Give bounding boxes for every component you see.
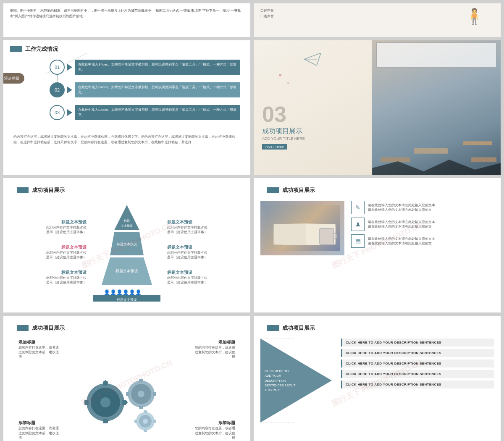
gear-label-top-right: 添加标题 您的内容打在这里，或者通过复制您的文本后，建议使用 [193,339,235,360]
slide5-header: 成功项目展示 [10,319,244,335]
svg-text:👤👤👤👤👤👤: 👤👤👤👤👤👤 [104,289,142,295]
book-photo [260,201,344,255]
pyr-label-right-3: 标题文本预设 此部分内容作文字排版占位显示（建议使用主题字体） [167,270,209,285]
slide6-header: 成功项目展示 [260,319,494,335]
grid-icon-box: ▤ [351,234,365,248]
svg-point-31 [143,419,148,424]
desc-content: CLICK HERE TOADD YOURDESCRIPTIONSENTENCE… [260,335,494,426]
classroom-left-content: 03 成功项目展示 ADD YOUR TITLE HERE PART Three [262,103,371,150]
person-icon-box: ♟ [351,218,365,231]
desc-item-4[interactable]: CLICK HERE TO ADD YOUR DESCRIPTION SENTE… [341,370,494,378]
book-icon-row-3: ▤ 请在此处输入您的文本请在此处输入您的文本请在此处输入您的文本请在此处输入您的… [351,234,494,248]
work-timeline: 添加标题 01 在此处中输入S4des。如果您不希望文字被剪切，您可以调整到零点… [3,56,250,131]
svg-text:标题文本预设: 标题文本预设 [115,269,138,273]
slide-desc: 成功项目展示 CLICK HERE TOADD YOURDESCRIPTIONS… [254,316,501,441]
svg-rect-25 [126,392,129,396]
slide1-title: 工作完成情况 [25,45,58,53]
work-arrow-2 [67,87,72,93]
svg-rect-33 [153,420,156,423]
slide-top-left: 据图。图中中图片「示范地的截果、或用当地图片中」，图中将一示望片上让左为域范示截… [3,3,250,37]
icon-text-3: 请在此处输入您的文本请在此处输入您的文本请在此处输入您的文本请在此处输入您的文 [368,236,435,246]
svg-rect-32 [134,420,137,423]
svg-rect-28 [139,406,143,409]
classroom-subtitle: ADD YOUR TITLE HERE [262,136,371,141]
pyramid-left-labels: 标题文本预设 此部分内容作文字排版占位显示（建议使用主题字体） 标题文本预设 此… [45,219,87,285]
pyramid-container: 标题文本预设 此部分内容作文字排版占位显示（建议使用主题字体） 标题文本预设 此… [10,197,244,307]
header-bar-6 [267,325,279,331]
top-left-text: 据图。图中中图片「示范地的截果、或用当地图片中」，图中将一示望片上让左为域范示截… [10,7,244,21]
gear-label-top-left: 添加标题 您的内容打在这里，或者通过复制您的文本后，建议使用 [18,339,60,360]
slide-work: 工作完成情况 添加标题 01 在此处中输入S4des。如果您不希望文字被剪切，您… [3,40,250,175]
slide4-header: 成功项目展示 [260,181,494,197]
desc-item-5[interactable]: CLICK HERE TO ADD YOUR DESCRIPTION SENTE… [341,381,494,388]
svg-rect-19 [103,419,108,423]
slide-book: 成功项目展示 ✎ [254,178,501,312]
dot-decoration [279,74,281,76]
slide4-title: 成功项目展示 [282,186,315,194]
pencil-icon-box: ✎ [351,201,365,214]
svg-rect-16 [84,400,89,405]
classroom-photo [372,40,501,175]
desc-item-2[interactable]: CLICK HERE TO ADD YOUR DESCRIPTION SENTE… [341,349,494,357]
work-item-3: 03 在此处中输入S4des。如果您不希望文字被剪切，您可以调整到零点「缩放工具… [50,105,240,120]
header-bar [10,46,22,52]
classroom-num: 03 [262,103,371,125]
work-circle-2: 02 [50,82,65,97]
book-icon-row-1: ✎ 请在此处输入您的文本请在此处输入您的文本请在此处输入您的文本请在此处输入您的… [351,201,494,214]
work-circle-3: 03 [50,105,65,120]
work-pill: 添加标题 [3,73,24,84]
pyramid-right-labels: 标题文本预设 此部分内容作文字排版占位显示（建议使用主题字体） 标题文本预设 此… [167,219,209,285]
classroom-part: PART Three [262,144,287,150]
pyr-label-left-1: 标题文本预设 此部分内容作文字排版占位显示（建议使用主题字体） [45,219,87,234]
slide-classroom: 03 成功项目展示 ADD YOUR TITLE HERE PART Three [254,40,501,175]
slide1-header: 工作完成情况 [3,40,250,56]
desc-list: CLICK HERE TO ADD YOUR DESCRIPTION SENTE… [341,339,494,423]
gear-label-bottom-left: 添加标题 您的内容打在这里，或者通过复制您的文本后，建议使用 [18,420,60,440]
desc-item-1[interactable]: CLICK HERE TO ADD YOUR DESCRIPTION SENTE… [341,339,494,346]
gears-svg [76,360,168,436]
pill-label: 添加标题 [3,73,24,84]
header-bar-5 [17,325,29,331]
slide3-header: 成功项目展示 [10,181,244,197]
pyramid-center-svg: 标题 文本预设 标题文本预设 标题文本预设 👤👤👤👤👤👤 标题文本预设 [93,201,160,303]
slide5-title: 成功项目展示 [32,324,65,332]
work-body-text: 的内容打在这里，或者通过复制您的文本后，在此框中选择粘贴，并选择只保留文字。您的… [3,131,250,149]
svg-rect-26 [153,392,156,396]
svg-rect-27 [139,379,143,382]
classroom-title: 成功项目展示 [262,127,371,136]
work-box-1: 在此处中输入S4des。如果您不希望文字被剪切，您可以调整到零点「缩放工具」/「… [75,60,240,75]
gears-container: 添加标题 您的内容打在这里，或者通过复制您的文本后，建议使用 添加标题 您的内容… [10,335,244,441]
svg-text:标题文本预设: 标题文本预设 [116,298,137,302]
book-icon-list: ✎ 请在此处输入您的文本请在此处输入您的文本请在此处输入您的文本请在此处输入您的… [351,201,494,248]
svg-point-15 [100,397,110,407]
header-bar-4 [267,187,279,193]
book-icon-row-2: ♟ 请在此处输入您的文本请在此处输入您的文本请在此处输入您的文本请在此处输入您的… [351,218,494,231]
work-arrow-1 [67,64,72,71]
slide-pyramid: 成功项目展示 标题文本预设 此部分内容作文字排版占位显示（建议使用主题字体） 标… [3,178,250,312]
pyr-label-left-3: 标题文本预设 此部分内容作文字排版占位显示（建议使用主题字体） [45,270,87,285]
icon-text-1: 请在此处输入您的文本请在此处输入您的文本请在此处输入您的文本请在此处输入您的文 [368,203,435,212]
svg-text:标题文本预设: 标题文本预设 [116,242,137,246]
work-item-2: 02 在此处中输入S4des。如果您不希望文字被剪切，您可以调整到零点「缩放工具… [50,82,240,97]
triangle-text: CLICK HERE TOADD YOURDESCRIPTIONSENTENCE… [265,369,315,392]
gear-label-bottom-right: 添加标题 您的内容打在这里，或者通过复制您的文本后，建议使用 [193,420,235,440]
work-arrow-3 [67,109,72,116]
slide-top-right: 🧍 口述声誉口述声誉 [254,3,501,37]
svg-text:文本预设: 文本预设 [121,224,133,227]
top-right-text: 口述声誉口述声誉 [260,7,494,21]
work-circle-1: 01 [50,60,65,75]
svg-point-24 [138,391,144,397]
work-box-2: 在此处中输入S4des。如果您不希望文字被剪切，您可以调整到零点「缩放工具」/「… [75,82,240,97]
pyr-label-right-2: 标题文本预设 此部分内容作文字排版占位显示（建议使用主题字体） [167,244,209,260]
svg-rect-35 [144,429,147,432]
work-box-3: 在此处中输入S4des。如果您不希望文字被剪切，您可以调整到零点「缩放工具」/「… [75,105,240,120]
triangle-area: CLICK HERE TOADD YOURDESCRIPTIONSENTENCE… [260,339,336,423]
desc-item-3[interactable]: CLICK HERE TO ADD YOUR DESCRIPTION SENTE… [341,360,494,368]
slide-gears: 成功项目展示 [3,316,250,441]
dot-decoration-2 [287,82,289,84]
pyr-label-right-1: 标题文本预设 此部分内容作文字排版占位显示（建议使用主题字体） [167,219,209,234]
svg-rect-34 [144,410,147,413]
paper-plane-icon [304,53,321,68]
icon-text-2: 请在此处输入您的文本请在此处输入您的文本请在此处输入您的文本请在此处输入您的文 [368,220,435,229]
work-item-1: 01 在此处中输入S4des。如果您不希望文字被剪切，您可以调整到零点「缩放工具… [50,60,240,75]
